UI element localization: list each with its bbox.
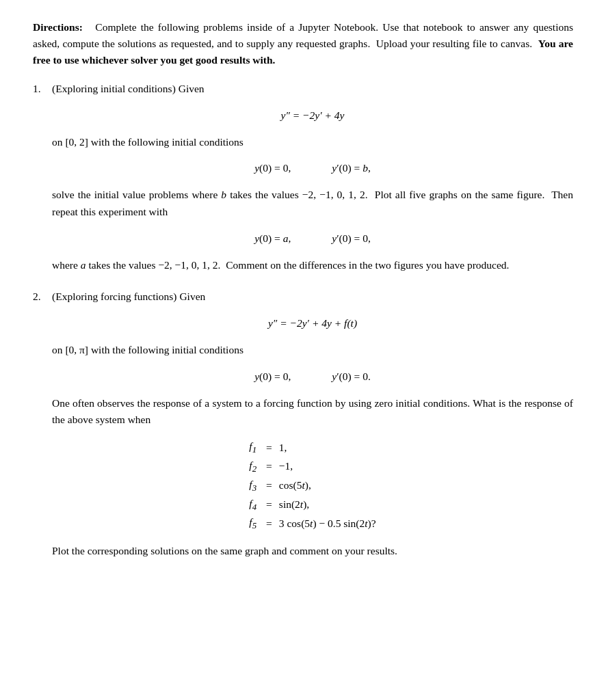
directions-label: Directions:	[33, 21, 83, 33]
f4-eq: =	[259, 496, 279, 515]
f1-val: 1,	[279, 438, 376, 457]
f1-label: f1	[249, 438, 259, 457]
problem-1-ic2-right: y′(0) = 0,	[332, 230, 370, 247]
forcing-row-1: f1 = 1,	[249, 438, 376, 457]
problem-1: 1. (Exploring initial conditions) Given …	[33, 81, 573, 273]
problem-2-title: (Exploring forcing functions) Given	[52, 288, 205, 306]
problem-2-ic1: y(0) = 0, y′(0) = 0.	[52, 368, 573, 386]
f4-label: f4	[249, 496, 259, 515]
problem-1-ic1-right: y′(0) = b,	[332, 160, 370, 177]
forcing-row-5: f5 = 3 cos(5t) − 0.5 sin(2t)?	[249, 514, 376, 533]
directions-body: Complete the following problems inside o…	[33, 21, 573, 66]
f5-val: 3 cos(5t) − 0.5 sin(2t)?	[279, 514, 376, 533]
f3-val: cos(5t),	[279, 476, 376, 496]
problem-1-equation1: y″ = −2y′ + 4y	[52, 107, 573, 124]
problem-1-text3: where a takes the values −2, −1, 0, 1, 2…	[52, 257, 573, 274]
problem-1-text2: solve the initial value problems where b…	[52, 187, 573, 221]
problem-2-ic1-left: y(0) = 0,	[254, 368, 291, 386]
problem-1-ic2-left: y(0) = a,	[254, 230, 291, 247]
f3-eq: =	[259, 476, 279, 496]
problem-2-number: 2.	[33, 288, 52, 306]
directions-paragraph: Directions: Complete the following probl…	[33, 19, 573, 68]
f2-eq: =	[259, 457, 279, 476]
problem-1-title: (Exploring initial conditions) Given	[52, 81, 205, 98]
f5-label: f5	[249, 514, 259, 533]
problem-list: 1. (Exploring initial conditions) Given …	[33, 81, 573, 560]
f4-val: sin(2t),	[279, 496, 376, 515]
problem-2-body: y″ = −2y′ + 4y + f(t) on [0, π] with the…	[52, 315, 573, 560]
problem-1-body: y″ = −2y′ + 4y on [0, 2] with the follow…	[52, 107, 573, 274]
problem-1-ic1: y(0) = 0, y′(0) = b,	[52, 160, 573, 177]
f2-val: −1,	[279, 457, 376, 476]
f5-eq: =	[259, 514, 279, 533]
problem-1-text1: on [0, 2] with the following initial con…	[52, 134, 573, 151]
directions-bold: You are free to use whichever solver you…	[33, 38, 573, 66]
problem-2-text1: on [0, π] with the following initial con…	[52, 342, 573, 359]
forcing-row-3: f3 = cos(5t),	[249, 476, 376, 496]
f2-label: f2	[249, 457, 259, 476]
problem-1-ic1-left: y(0) = 0,	[254, 160, 291, 177]
forcing-row-4: f4 = sin(2t),	[249, 496, 376, 515]
problem-1-ic2: y(0) = a, y′(0) = 0,	[52, 230, 573, 247]
problem-2-text2: One often observes the response of a sys…	[52, 395, 573, 429]
problem-2-equation1: y″ = −2y′ + 4y + f(t)	[52, 315, 573, 332]
problem-2-text3: Plot the corresponding solutions on the …	[52, 543, 573, 560]
problem-1-number: 1.	[33, 81, 52, 98]
problem-2: 2. (Exploring forcing functions) Given y…	[33, 288, 573, 559]
problem-2-ic1-right: y′(0) = 0.	[332, 368, 370, 386]
forcing-table: f1 = 1, f2 = −1, f3 = cos(5t),	[249, 438, 376, 533]
forcing-functions-list: f1 = 1, f2 = −1, f3 = cos(5t),	[52, 438, 573, 533]
f1-eq: =	[259, 438, 279, 457]
problem-2-header: 2. (Exploring forcing functions) Given	[33, 288, 573, 306]
forcing-row-2: f2 = −1,	[249, 457, 376, 476]
f3-label: f3	[249, 476, 259, 496]
problem-1-header: 1. (Exploring initial conditions) Given	[33, 81, 573, 98]
